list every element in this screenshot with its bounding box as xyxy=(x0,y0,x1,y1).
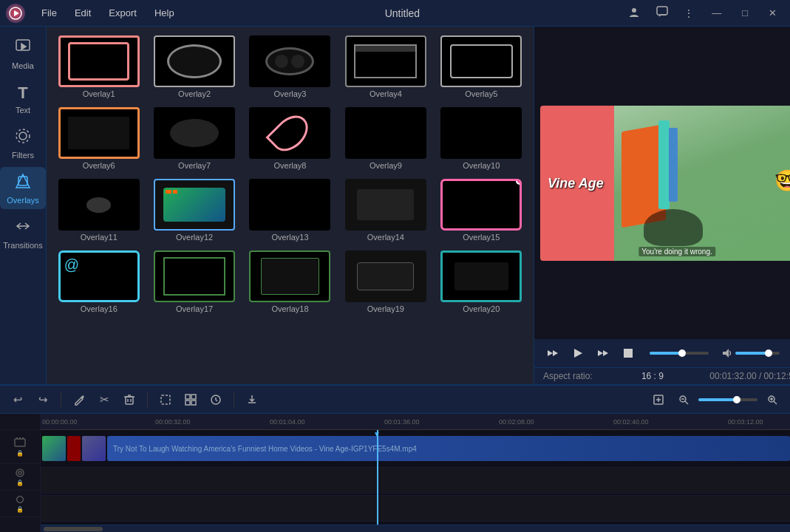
zoom-slider-track[interactable] xyxy=(698,398,757,401)
grid-button[interactable] xyxy=(180,389,201,410)
delete-button[interactable] xyxy=(119,389,140,410)
cut-button[interactable]: ✂ xyxy=(94,389,115,410)
overlay-item-5[interactable]: Overlay5 xyxy=(435,33,528,101)
overlay-label-18: Overlay18 xyxy=(271,304,308,313)
overlay-item-14[interactable]: Overlay14 xyxy=(339,176,432,245)
zoom-in-button[interactable] xyxy=(762,389,783,410)
rewind-button[interactable] xyxy=(543,344,562,363)
sidebar-item-text[interactable]: T Text xyxy=(0,78,46,119)
profile-icon[interactable] xyxy=(623,4,645,22)
overlay-item-10[interactable]: Overlay10 xyxy=(435,104,528,173)
fast-forward-button[interactable] xyxy=(593,344,613,363)
volume-track[interactable] xyxy=(735,352,780,355)
undo-button[interactable]: ↩ xyxy=(7,389,28,410)
tick-1: 00:00:32.00 xyxy=(155,418,191,426)
fit-button[interactable] xyxy=(648,389,669,410)
overlay-item-13[interactable]: Overlay13 xyxy=(244,176,336,245)
redo-button[interactable]: ↪ xyxy=(33,389,53,410)
volume-thumb[interactable] xyxy=(765,349,772,357)
minimize-button[interactable]: — xyxy=(704,4,729,21)
aspect-ratio-value: 16 : 9 xyxy=(641,371,664,381)
maximize-button[interactable]: □ xyxy=(735,4,755,21)
titlebar-left: File Edit Export Help xyxy=(6,4,182,23)
more-icon[interactable]: ⋮ xyxy=(679,6,698,21)
progress-track[interactable] xyxy=(650,352,709,355)
overlay-label-11: Overlay11 xyxy=(81,233,118,242)
volume-fill xyxy=(735,352,769,355)
filters-icon xyxy=(15,128,31,148)
overlay-item-18[interactable]: Overlay18 xyxy=(244,248,336,316)
sidebar-item-filters[interactable]: Filters xyxy=(0,122,46,164)
svg-point-7 xyxy=(16,129,30,143)
svg-rect-20 xyxy=(161,395,170,404)
overlay-label-5: Overlay5 xyxy=(465,89,497,98)
tick-3: 00:01:36.00 xyxy=(384,418,420,426)
overlays-panel: Overlay1 Overlay2 Overlay3 xyxy=(47,27,534,384)
overlay-item-8[interactable]: Overlay8 xyxy=(244,104,336,173)
volume-icon[interactable] xyxy=(721,347,732,359)
overlay-item-11[interactable]: Overlay11 xyxy=(52,176,145,245)
close-button[interactable]: ✕ xyxy=(761,4,784,21)
text-track xyxy=(41,467,790,494)
crop-button[interactable] xyxy=(155,389,176,410)
stop-button[interactable] xyxy=(619,344,638,363)
time-button[interactable] xyxy=(205,389,226,410)
preview-area: Vine Age 🤓 You're doing it wrong. xyxy=(534,27,790,339)
sidebar-item-transitions[interactable]: Transitions xyxy=(0,212,46,254)
menu-edit[interactable]: Edit xyxy=(67,4,98,21)
aspect-ratio-label: Aspect ratio: xyxy=(543,371,593,381)
audio-track-icon-2 xyxy=(15,494,25,505)
toolbar-separator-3 xyxy=(234,392,234,407)
track-area: ▼ Try Not To Laugh Watching America's Fu… xyxy=(41,430,790,525)
overlay-item-19[interactable]: Overlay19 xyxy=(339,248,432,316)
svg-rect-24 xyxy=(191,400,196,405)
main-video-clip[interactable]: Try Not To Laugh Watching America's Funn… xyxy=(107,436,790,461)
chat-icon[interactable] xyxy=(651,4,673,22)
toolbar-right xyxy=(648,389,783,410)
overlay-item-3[interactable]: Overlay3 xyxy=(244,33,336,101)
overlay-item-4[interactable]: Overlay4 xyxy=(339,33,432,101)
zoom-out-button[interactable] xyxy=(673,389,694,410)
export-button[interactable] xyxy=(242,389,262,410)
menu-file[interactable]: File xyxy=(34,4,64,21)
overlay-item-15[interactable]: Overlay15 xyxy=(435,176,528,245)
timeline-scrollbar[interactable] xyxy=(41,525,790,532)
draw-button[interactable] xyxy=(69,389,89,410)
tick-2: 00:01:04.00 xyxy=(270,418,305,426)
progress-thumb[interactable] xyxy=(678,349,686,357)
scrollbar-thumb[interactable] xyxy=(44,527,103,531)
svg-marker-12 xyxy=(574,349,582,358)
overlay-thumb-6 xyxy=(58,107,140,159)
overlay-item-12[interactable]: Overlay12 xyxy=(148,176,240,245)
menu-export[interactable]: Export xyxy=(101,4,144,21)
overlay-label-12: Overlay12 xyxy=(176,233,213,242)
overlay-thumb-4 xyxy=(345,35,426,87)
overlay-item-16[interactable]: @ Overlay16 xyxy=(52,248,145,316)
overlays-icon xyxy=(15,173,31,193)
sidebar-item-overlays[interactable]: Overlays xyxy=(0,167,46,209)
overlay-thumb-11 xyxy=(58,179,140,231)
overlay-item-17[interactable]: Overlay17 xyxy=(148,248,240,316)
overlay-item-7[interactable]: Overlay7 xyxy=(148,104,240,173)
overlay-thumb-15 xyxy=(440,179,522,231)
playhead[interactable]: ▼ xyxy=(377,430,378,525)
zoom-thumb[interactable] xyxy=(733,396,740,403)
overlay-item-9[interactable]: Overlay9 xyxy=(339,104,432,173)
overlay-item-2[interactable]: Overlay2 xyxy=(148,33,240,101)
app-logo xyxy=(6,4,25,23)
overlay-label-13: Overlay13 xyxy=(271,233,308,242)
play-button[interactable] xyxy=(568,344,588,363)
overlay-item-1[interactable]: Overlay1 xyxy=(52,33,145,101)
menu-help[interactable]: Help xyxy=(147,4,182,21)
overlay-thumb-2 xyxy=(154,35,235,87)
clip-thumb-2 xyxy=(67,436,81,461)
sidebar-item-media[interactable]: Media xyxy=(0,33,46,75)
text-icon: T xyxy=(18,83,27,103)
sidebar-transitions-label: Transitions xyxy=(3,241,42,250)
overlay-item-6[interactable]: Overlay6 xyxy=(52,104,145,173)
timeline-ruler: 00:00:00.00 00:00:32.00 00:01:04.00 00:0… xyxy=(41,414,790,430)
overlay-label-10: Overlay10 xyxy=(463,161,500,170)
svg-rect-21 xyxy=(185,395,190,399)
clip-thumb-1 xyxy=(42,436,66,461)
overlay-item-20[interactable]: Overlay20 xyxy=(435,248,528,316)
